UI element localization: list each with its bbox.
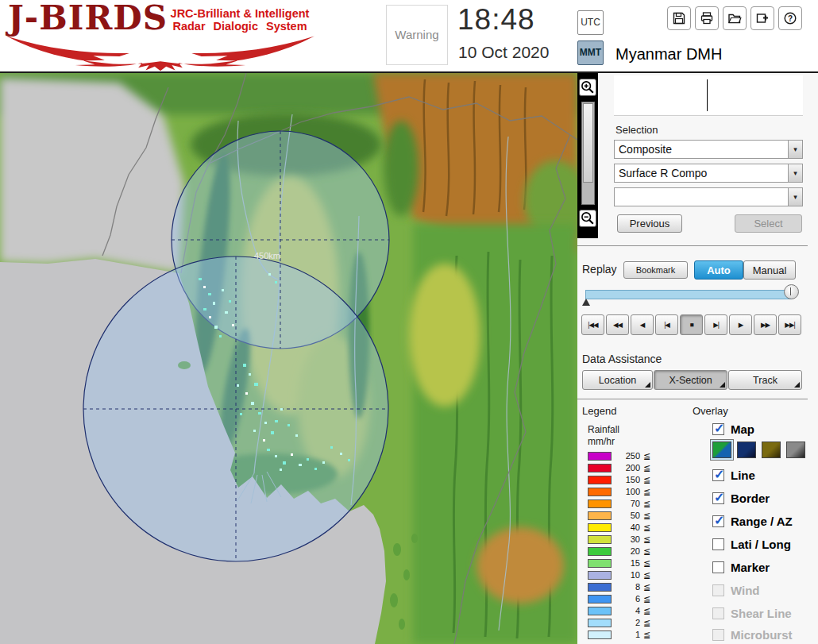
- station-title: Myanmar DMH: [615, 45, 722, 64]
- chevron-down-icon[interactable]: ▾: [788, 188, 802, 206]
- legend-color-swatch: [588, 619, 612, 627]
- step-forward-button[interactable]: ▶|: [704, 314, 727, 335]
- eagle-logo-icon: [5, 35, 316, 71]
- svg-text:?: ?: [788, 14, 793, 23]
- range-az-checkbox[interactable]: [712, 515, 724, 527]
- app-tagline: JRC-Brilliant & Intelligent Radar Dialog…: [164, 7, 316, 33]
- save-button[interactable]: [667, 6, 691, 30]
- wind-checkbox: [712, 584, 724, 596]
- legend-color-swatch: [588, 607, 612, 615]
- legend-color-swatch: [588, 476, 612, 484]
- timeline-start-marker-icon: [582, 299, 590, 306]
- radar-map[interactable]: 450km: [0, 73, 577, 644]
- open-folder-icon: [727, 11, 742, 25]
- legend-color-swatch: [588, 523, 612, 532]
- replay-label: Replay: [582, 263, 617, 276]
- map-style-gray-button[interactable]: [786, 442, 805, 458]
- fast-rewind-button[interactable]: ◀◀: [606, 314, 629, 335]
- map-checkbox[interactable]: [712, 423, 724, 435]
- x-section-button[interactable]: X-Section: [654, 370, 727, 390]
- shear-line-checkbox: [712, 607, 724, 619]
- microburst-checkbox: [712, 629, 724, 641]
- skip-to-start-button[interactable]: |◀◀: [581, 314, 604, 335]
- composite-dropdown[interactable]: Composite ▾: [614, 140, 803, 159]
- legend-color-swatch: [588, 499, 612, 508]
- track-button[interactable]: Track: [728, 370, 802, 390]
- line-checkbox[interactable]: [712, 469, 724, 481]
- stop-button[interactable]: ■: [680, 314, 703, 335]
- product-dropdown[interactable]: Surface R Compo ▾: [614, 164, 803, 183]
- warning-button[interactable]: Warning: [386, 5, 448, 65]
- print-button[interactable]: [695, 6, 719, 30]
- fast-forward-button[interactable]: ▶▶: [754, 314, 777, 335]
- zoom-slider-thumb[interactable]: [583, 103, 593, 183]
- manual-mode-button[interactable]: Manual: [743, 260, 796, 280]
- map-style-terrain-button[interactable]: [712, 442, 731, 458]
- separator: [577, 245, 808, 246]
- legend-color-swatch: [588, 488, 612, 496]
- tagline-line1: JRC-Brilliant & Intelligent: [164, 7, 316, 20]
- previous-button[interactable]: Previous: [617, 214, 682, 233]
- auto-mode-button[interactable]: Auto: [694, 260, 743, 280]
- border-checkbox[interactable]: [712, 492, 724, 504]
- zoom-in-icon: [580, 79, 596, 96]
- legend-color-swatch: [588, 559, 612, 568]
- playback-controls: |◀◀ ◀◀ ◀ |◀ ■ ▶| ▶ ▶▶ ▶▶|: [581, 314, 801, 335]
- save-icon: [672, 11, 686, 25]
- utc-toggle-button[interactable]: UTC: [577, 10, 604, 35]
- legend-color-swatch: [588, 464, 612, 472]
- zoom-out-button[interactable]: [579, 210, 596, 227]
- zoom-out-icon: [580, 210, 596, 227]
- add-window-button[interactable]: [750, 6, 774, 30]
- legend-unit-line2: mm/hr: [588, 436, 615, 447]
- map-style-dark-blue-button[interactable]: [737, 442, 756, 458]
- map-style-olive-button[interactable]: [762, 442, 781, 458]
- dropdown-value: Composite: [619, 143, 672, 156]
- chevron-down-icon[interactable]: ▾: [788, 141, 802, 158]
- radar-map-canvas: 450km: [0, 73, 577, 644]
- lati-long-checkbox[interactable]: [712, 538, 724, 550]
- timeline-slider-knob[interactable]: [784, 284, 799, 299]
- skip-to-end-button[interactable]: ▶▶|: [778, 314, 801, 335]
- bookmark-button[interactable]: Bookmark: [623, 261, 688, 279]
- mmt-toggle-button[interactable]: MMT: [577, 40, 604, 65]
- control-panel: Selection Composite ▾ Surface R Compo ▾ …: [577, 73, 818, 644]
- select-button[interactable]: Select: [735, 214, 802, 233]
- separator: [577, 399, 808, 399]
- overlay-label: Overlay: [693, 405, 728, 417]
- legend-label: Legend: [582, 405, 616, 417]
- dropdown-value: Surface R Compo: [619, 167, 707, 179]
- play-button[interactable]: ▶: [729, 314, 752, 335]
- tagline-line2: Radar Dialogic System: [164, 20, 316, 33]
- legend-color-swatch: [588, 511, 612, 520]
- legend-color-swatch: [588, 571, 612, 580]
- chevron-down-icon[interactable]: ▾: [788, 164, 802, 182]
- zoom-control-column: [577, 73, 598, 238]
- help-button[interactable]: ?: [778, 6, 802, 30]
- legend-color-swatch: [588, 535, 612, 544]
- station-list-box[interactable]: [614, 75, 803, 116]
- list-divider-line: [707, 79, 708, 111]
- marker-checkbox[interactable]: [712, 561, 724, 573]
- app-logo-title: J-BIRDS: [8, 0, 168, 37]
- sub-product-dropdown[interactable]: ▾: [614, 187, 803, 206]
- clock-time: 18:48: [457, 3, 535, 37]
- legend-color-swatch: [588, 631, 612, 639]
- open-file-button[interactable]: [723, 6, 747, 30]
- legend-color-swatch: [588, 452, 612, 461]
- range-label: 450km: [254, 251, 280, 260]
- legend-unit-line1: Rainfall: [588, 424, 619, 435]
- header-bar: J-BIRDS JRC-Brilliant & Intelligent Rada…: [0, 0, 818, 73]
- play-reverse-button[interactable]: ◀: [631, 314, 654, 335]
- help-icon: ?: [783, 11, 797, 25]
- step-back-button[interactable]: |◀: [655, 314, 678, 335]
- print-icon: [700, 11, 714, 25]
- location-button[interactable]: Location: [582, 370, 653, 390]
- zoom-in-button[interactable]: [579, 79, 596, 96]
- add-window-icon: [755, 11, 770, 25]
- replay-timeline-slider[interactable]: [585, 290, 792, 299]
- data-assistance-label: Data Assistance: [582, 353, 662, 365]
- jbirds-window: J-BIRDS JRC-Brilliant & Intelligent Rada…: [0, 0, 818, 644]
- zoom-slider-track[interactable]: [581, 102, 595, 205]
- legend-color-swatch: [588, 547, 612, 556]
